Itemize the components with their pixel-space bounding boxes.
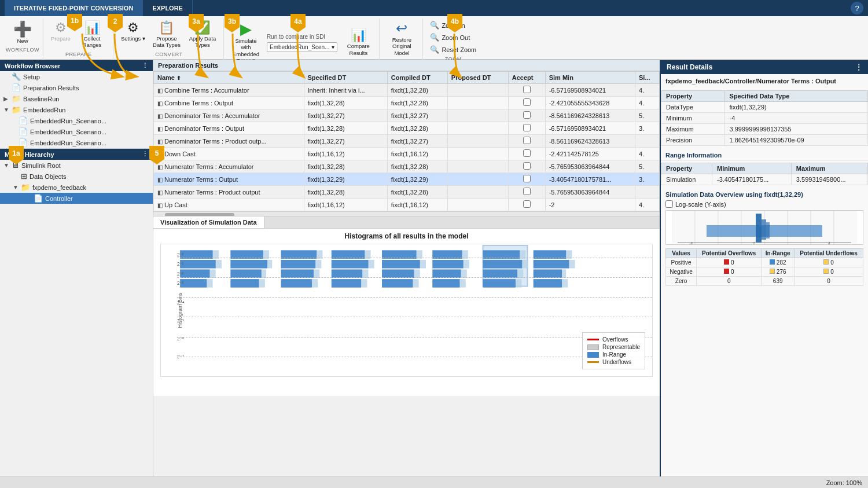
table-scrollbar[interactable] <box>153 211 660 217</box>
scenario-3-icon: 📄 <box>19 138 28 147</box>
table-row[interactable]: ◧ Combine Terms : Accumulator Inherit: I… <box>154 84 660 97</box>
sidebar-item-setup[interactable]: 🔧 Setup <box>0 71 153 82</box>
svg-rect-64 <box>534 279 562 288</box>
sim-chart: -4 0 4 <box>665 210 863 245</box>
histogram-legend: Overflows Representable In-Range <box>582 332 645 369</box>
collect-ranges-icon: 📊 <box>84 21 100 34</box>
properties-table: Property Specified Data Type DataTypefix… <box>661 90 868 146</box>
col-proposed-dt: Proposed DT <box>447 72 508 84</box>
table-row-selected[interactable]: ◧ Numerator Terms : Output fixdt(1,32,29… <box>154 173 660 186</box>
propose-data-types-button[interactable]: 📋 Propose Data Types <box>149 20 184 50</box>
table-row[interactable]: ◧ Numerator Terms : Accumulator fixdt(1,… <box>154 160 660 173</box>
help-button[interactable]: ? <box>851 2 863 14</box>
svg-rect-13 <box>230 270 261 278</box>
reset-zoom-button[interactable]: 🔍 Reset Zoom <box>428 44 479 55</box>
svg-text:0: 0 <box>753 241 755 245</box>
zoom-out-button[interactable]: 🔍 Zoom Out <box>428 32 472 43</box>
workflow-browser-section: Workflow Browser ⋮ 🔧 Setup 📄 Preparation… <box>0 60 153 149</box>
viz-content: Histograms of all results in the model H… <box>153 229 660 396</box>
prop-row-datatype: DataTypefixdt(1,32,29) <box>661 102 868 113</box>
results-table: Name ⬆ Specified DT Compiled DT Proposed… <box>153 71 660 211</box>
svg-rect-29 <box>332 270 362 278</box>
zoom-out-icon: 🔍 <box>430 33 439 42</box>
tab-explorer[interactable]: EXPLORE <box>143 0 193 16</box>
table-row[interactable]: ◧ Combine Terms : Output fixdt(1,32,28)f… <box>154 97 660 109</box>
new-icon: ➕ <box>13 21 32 36</box>
sidebar-item-embedded-run[interactable]: ▼ 📁 EmbeddedRun <box>0 104 153 115</box>
table-row[interactable]: ◧ Down Cast fixdt(1,16,12)fixdt(1,16,12)… <box>154 148 660 160</box>
model-hierarchy-section: Model Hierarchy ⋮ ▼ 🖥 Simulink Root ⊞ Da… <box>0 149 153 488</box>
viz-area: Visualization of Simulation Data Histogr… <box>153 217 660 396</box>
zoom-out-label: Zoom Out <box>442 34 470 41</box>
col-specified-dt: Specified DT <box>304 72 387 84</box>
propose-icon: 📋 <box>159 21 174 34</box>
table-row[interactable]: ◧ Denominator Terms : Product outp... fi… <box>154 135 660 148</box>
range-col-property: Property <box>661 163 712 174</box>
sidebar-item-baseline-run[interactable]: ▶ 📁 BaselineRun <box>0 93 153 104</box>
results-table-area: Preparation Results Name ⬆ Specified DT … <box>153 60 660 217</box>
sidebar-item-data-objects[interactable]: ⊞ Data Objects <box>0 171 153 182</box>
val-col-values: Values <box>666 249 697 258</box>
svg-rect-45 <box>432 270 461 278</box>
svg-rect-83 <box>762 219 766 240</box>
val-row-zero: Zero 0 639 0 <box>666 277 863 286</box>
val-col-potential-overflows: Potential Overflows <box>697 249 762 258</box>
embedded-run-dropdown[interactable]: EmbeddedRun_Scen... ▾ <box>267 42 337 52</box>
viz-tabs: Visualization of Simulation Data <box>153 217 660 229</box>
compare-icon: 📊 <box>351 29 366 42</box>
preparation-results-label: Preparation Results <box>153 60 660 71</box>
legend-underflows: Underflows <box>587 359 640 365</box>
table-row[interactable]: ◧ Up Cast fixdt(1,16,12)fixdt(1,16,12) -… <box>154 199 660 211</box>
workflow-browser-title: Workflow Browser <box>5 63 60 69</box>
scenario-3-label: EmbeddedRun_Scenario... <box>30 140 106 146</box>
setup-label: Setup <box>23 74 40 80</box>
ribbon-group-label-convert: CONVERT <box>155 52 182 57</box>
svg-rect-43 <box>432 260 463 269</box>
sidebar-item-scenario-1[interactable]: 📄 EmbeddedRun_Scenario... <box>0 115 153 126</box>
svg-rect-37 <box>382 270 414 278</box>
right-panel: 5 Preparation Results Name ⬆ Specified D… <box>153 60 660 488</box>
svg-rect-35 <box>382 260 420 269</box>
sidebar-item-scenario-2[interactable]: 📄 EmbeddedRun_Scenario... <box>0 126 153 137</box>
sim-overview-title: Simulation Data Overview using fixdt(1,3… <box>665 191 863 198</box>
viz-tab-simulation[interactable]: Visualization of Simulation Data <box>153 217 264 228</box>
sidebar-item-fxpdemo[interactable]: ▼ 📁 fxpdemo_feedback <box>0 182 153 193</box>
svg-rect-15 <box>230 279 259 288</box>
table-row[interactable]: ◧ Denominator Terms : Output fixdt(1,32,… <box>154 122 660 135</box>
sidebar-item-simulink-root[interactable]: ▼ 🖥 Simulink Root <box>0 160 153 171</box>
inrange-color <box>587 352 599 358</box>
prop-col-property: Property <box>661 91 725 102</box>
svg-rect-82 <box>756 214 762 243</box>
status-bar: Zoom: 100% <box>0 476 868 488</box>
new-button[interactable]: ➕ New <box>10 20 35 46</box>
log-scale-checkbox[interactable] <box>665 200 673 208</box>
top-bar-tabs: ITERATIVE FIXED-POINT CONVERSION EXPLORE <box>5 0 193 16</box>
prep-results-label: Preparation Results <box>23 85 79 91</box>
compare-results-button[interactable]: 📊 Compare Results <box>341 27 376 58</box>
values-table: Values Potential Overflows In-Range Pote… <box>665 248 863 286</box>
svg-rect-52 <box>483 260 523 269</box>
prop-row-minimum: Minimum-4 <box>661 113 868 124</box>
sim-chart-svg: -4 0 4 <box>666 211 863 245</box>
table-row[interactable]: ◧ Denominator Terms : Accumulator fixdt(… <box>154 109 660 122</box>
val-col-in-range: In-Range <box>762 249 795 258</box>
model-hierarchy-options[interactable]: ⋮ <box>142 151 148 158</box>
simulate-icon: ▶ <box>240 21 252 36</box>
tab-iterative[interactable]: ITERATIVE FIXED-POINT CONVERSION <box>5 0 143 16</box>
table-row[interactable]: ◧ Numerator Terms : Product output fixdt… <box>154 186 660 199</box>
sidebar-item-prep-results[interactable]: 📄 Preparation Results <box>0 82 153 93</box>
underflow-color <box>587 361 599 363</box>
restore-model-button[interactable]: ↩ Restore Original Model <box>384 20 419 58</box>
sidebar-item-controller[interactable]: 📄 Controller <box>0 193 153 204</box>
svg-rect-62 <box>534 270 562 278</box>
range-row-simulation: Simulation -3.40547180175... 3.599319458… <box>661 174 868 185</box>
reset-zoom-label: Reset Zoom <box>442 46 476 53</box>
svg-rect-54 <box>483 270 518 278</box>
svg-rect-39 <box>382 279 413 288</box>
setup-icon: 🔧 <box>12 72 21 81</box>
fxpdemo-label: fxpdemo_feedback <box>32 184 86 191</box>
simulink-root-label: Simulink Root <box>21 162 61 169</box>
details-options[interactable]: ⋮ <box>855 63 862 71</box>
workflow-browser-options[interactable]: ⋮ <box>142 62 148 69</box>
col-sim-min: Sim Min <box>545 72 635 84</box>
